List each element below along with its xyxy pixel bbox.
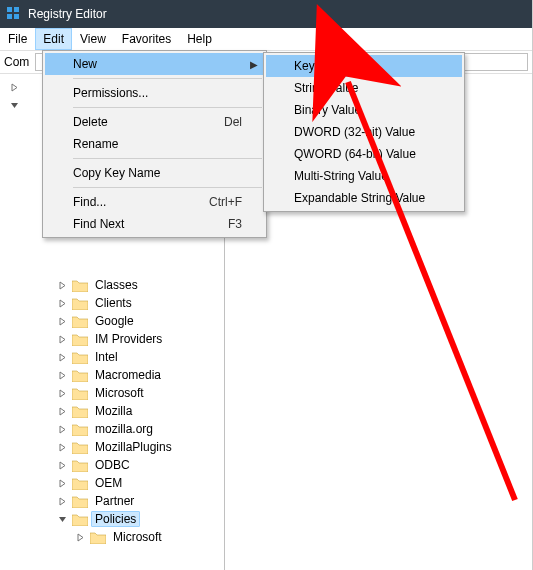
tree-item-policies-child[interactable]: Microsoft [2,528,224,546]
menu-item-label: String Value [294,81,358,95]
new-qword-value[interactable]: QWORD (64-bit) Value [266,143,462,165]
tree-item-label: Mozilla [91,403,136,419]
folder-icon [72,458,88,472]
folder-icon [72,296,88,310]
menu-file[interactable]: File [0,28,35,50]
tree-item-label: Partner [91,493,138,509]
tree-item[interactable]: Partner [2,492,224,510]
menu-item-shortcut: Ctrl+F [209,195,242,209]
new-multi-string-value[interactable]: Multi-String Value [266,165,462,187]
chevron-right-icon[interactable] [58,425,70,434]
folder-icon [72,404,88,418]
edit-menu: New ▶ Permissions... Delete Del Rename C… [42,50,267,238]
tree-item[interactable]: IM Providers [2,330,224,348]
tree-item[interactable]: Macromedia [2,366,224,384]
menu-file-label: File [8,32,27,46]
menu-help-label: Help [187,32,212,46]
new-expandable-string-value[interactable]: Expandable String Value [266,187,462,209]
menu-item-shortcut: F3 [228,217,242,231]
chevron-right-icon[interactable] [58,461,70,470]
edit-menu-delete[interactable]: Delete Del [45,111,264,133]
menu-view[interactable]: View [72,28,114,50]
chevron-right-icon[interactable] [58,335,70,344]
tree-item[interactable]: ODBC [2,456,224,474]
titlebar: Registry Editor [0,0,532,28]
tree-item[interactable]: Mozilla [2,402,224,420]
menubar: File Edit View Favorites Help [0,28,532,51]
tree-item-label: Google [91,313,138,329]
menu-help[interactable]: Help [179,28,220,50]
chevron-right-icon[interactable] [58,443,70,452]
edit-menu-copy-key-name[interactable]: Copy Key Name [45,162,264,184]
menu-favorites-label: Favorites [122,32,171,46]
folder-icon [72,476,88,490]
svg-rect-1 [14,7,19,12]
chevron-right-icon[interactable] [58,407,70,416]
chevron-down-icon[interactable] [10,101,22,110]
chevron-right-icon[interactable] [58,281,70,290]
tree-item[interactable]: Google [2,312,224,330]
menu-separator [73,107,262,108]
menu-item-label: Copy Key Name [73,166,160,180]
tree-item[interactable]: MozillaPlugins [2,438,224,456]
chevron-down-icon[interactable] [58,515,70,524]
menu-item-label: Expandable String Value [294,191,425,205]
tree-item[interactable]: Intel [2,348,224,366]
edit-menu-find-next[interactable]: Find Next F3 [45,213,264,235]
tree-item[interactable]: Clients [2,294,224,312]
chevron-right-icon[interactable] [58,299,70,308]
tree-item-policies[interactable]: Policies [2,510,224,528]
svg-rect-3 [14,14,19,19]
chevron-right-icon[interactable] [58,371,70,380]
new-binary-value[interactable]: Binary Value [266,99,462,121]
chevron-right-icon[interactable] [58,389,70,398]
tree-item-label: Clients [91,295,136,311]
tree-item-label: IM Providers [91,331,166,347]
menu-item-label: Find... [73,195,106,209]
edit-menu-new[interactable]: New ▶ [45,53,264,75]
tree-item[interactable]: Microsoft [2,384,224,402]
new-string-value[interactable]: String Value [266,77,462,99]
tree-item-label: Macromedia [91,367,165,383]
edit-menu-rename[interactable]: Rename [45,133,264,155]
new-dword-value[interactable]: DWORD (32-bit) Value [266,121,462,143]
edit-menu-find[interactable]: Find... Ctrl+F [45,191,264,213]
menu-separator [73,78,262,79]
folder-icon [72,314,88,328]
menu-item-label: Find Next [73,217,124,231]
chevron-right-icon[interactable] [58,353,70,362]
chevron-right-icon[interactable] [10,83,22,92]
tree-item-label: ODBC [91,457,134,473]
registry-editor-window: Registry Editor File Edit View Favorites… [0,0,533,570]
tree-item-label: Classes [91,277,142,293]
folder-icon [72,494,88,508]
menu-item-label: Rename [73,137,118,151]
menu-item-label: Multi-String Value [294,169,388,183]
edit-menu-permissions[interactable]: Permissions... [45,82,264,104]
menu-edit-label: Edit [43,32,64,46]
menu-favorites[interactable]: Favorites [114,28,179,50]
menu-edit[interactable]: Edit [35,28,72,50]
chevron-right-icon[interactable] [58,479,70,488]
tree-item-label: mozilla.org [91,421,157,437]
menu-separator [73,187,262,188]
tree-item[interactable]: OEM [2,474,224,492]
chevron-right-icon[interactable] [76,533,88,542]
window-title: Registry Editor [28,7,107,21]
folder-icon [72,332,88,346]
tree-item-label: Policies [91,511,140,527]
menu-item-label: Delete [73,115,108,129]
chevron-right-icon[interactable] [58,497,70,506]
folder-icon [72,422,88,436]
app-icon [6,6,22,22]
tree-item[interactable]: Classes [2,276,224,294]
svg-rect-0 [7,7,12,12]
new-key[interactable]: Key [266,55,462,77]
chevron-right-icon[interactable] [58,317,70,326]
menu-item-label: QWORD (64-bit) Value [294,147,416,161]
tree-item[interactable]: mozilla.org [2,420,224,438]
svg-rect-2 [7,14,12,19]
folder-icon [90,530,106,544]
tree-item-label: Microsoft [109,529,166,545]
menu-item-shortcut: Del [224,115,242,129]
